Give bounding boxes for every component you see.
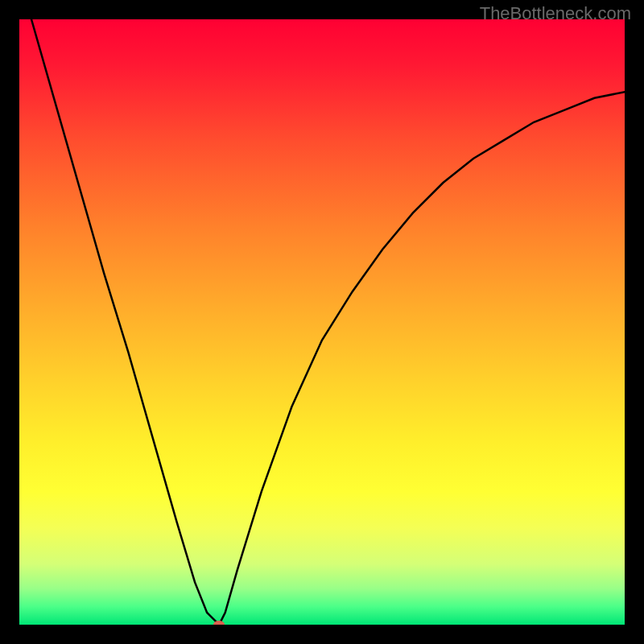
watermark-text: TheBottleneck.com [480, 3, 631, 24]
plot-area [19, 19, 625, 625]
curve-svg [19, 19, 625, 625]
minimum-marker [213, 621, 225, 625]
bottleneck-curve-path [31, 19, 625, 625]
